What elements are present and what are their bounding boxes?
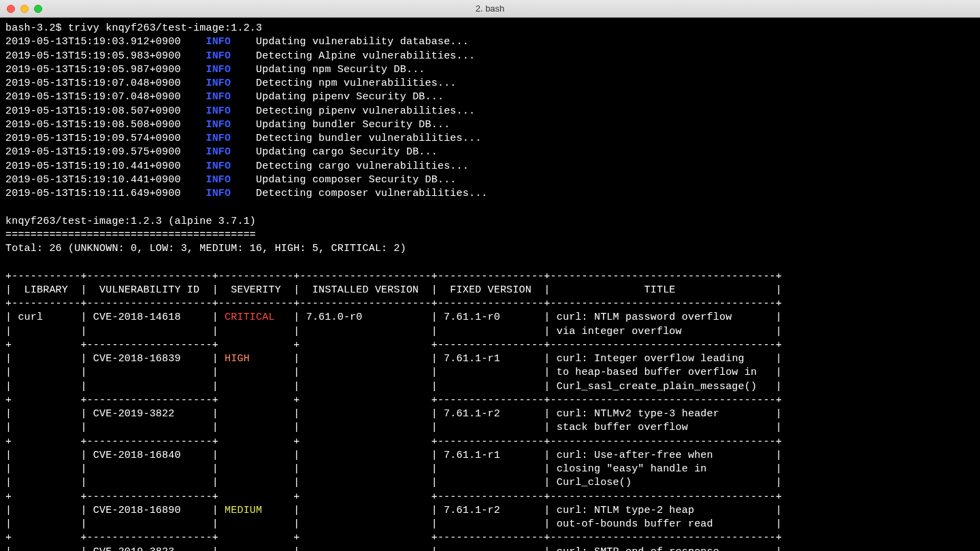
log-level: INFO bbox=[206, 133, 231, 144]
log-message: Detecting bundler vulnerabilities... bbox=[256, 133, 481, 144]
log-timestamp: 2019-05-13T15:19:08.508+0900 bbox=[5, 119, 181, 131]
log-message: Updating npm Security DB... bbox=[256, 64, 425, 76]
log-level: INFO bbox=[206, 91, 231, 103]
log-timestamp: 2019-05-13T15:19:10.441+0900 bbox=[5, 174, 181, 186]
log-timestamp: 2019-05-13T15:19:05.987+0900 bbox=[5, 64, 181, 76]
log-message: Detecting composer vulnerabilities... bbox=[256, 188, 487, 199]
log-level: INFO bbox=[206, 78, 231, 89]
log-level: INFO bbox=[206, 174, 231, 186]
log-level: INFO bbox=[206, 161, 231, 172]
log-timestamp: 2019-05-13T15:19:07.048+0900 bbox=[5, 91, 181, 103]
log-message: Detecting pipenv vulnerabilities... bbox=[256, 105, 475, 117]
log-level: INFO bbox=[206, 188, 231, 199]
log-timestamp: 2019-05-13T15:19:05.983+0900 bbox=[5, 50, 181, 62]
log-level: INFO bbox=[206, 146, 231, 158]
log-timestamp: 2019-05-13T15:19:09.574+0900 bbox=[5, 133, 181, 144]
prompt: bash-3.2$ bbox=[5, 22, 68, 34]
log-timestamp: 2019-05-13T15:19:07.048+0900 bbox=[5, 78, 181, 89]
log-level: INFO bbox=[206, 36, 231, 48]
log-message: Detecting npm vulnerabilities... bbox=[256, 78, 456, 89]
log-message: Updating bundler Security DB... bbox=[256, 119, 450, 131]
log-timestamp: 2019-05-13T15:19:03.912+0900 bbox=[5, 36, 181, 48]
log-level: INFO bbox=[206, 105, 231, 117]
log-message: Detecting cargo vulnerabilities... bbox=[256, 161, 469, 172]
window-title: 2. bash bbox=[0, 3, 980, 14]
log-timestamp: 2019-05-13T15:19:11.649+0900 bbox=[5, 188, 181, 199]
log-timestamp: 2019-05-13T15:19:09.575+0900 bbox=[5, 146, 181, 158]
log-level: INFO bbox=[206, 119, 231, 131]
window-titlebar: 2. bash bbox=[0, 0, 980, 18]
log-message: Updating composer Security DB... bbox=[256, 174, 456, 186]
log-level: INFO bbox=[206, 50, 231, 62]
log-message: Updating cargo Security DB... bbox=[256, 146, 438, 158]
terminal-output[interactable]: bash-3.2$ trivy knqyf263/test-image:1.2.… bbox=[0, 18, 980, 551]
log-message: Detecting Alpine vulnerabilities... bbox=[256, 50, 475, 62]
log-level: INFO bbox=[206, 64, 231, 76]
log-timestamp: 2019-05-13T15:19:10.441+0900 bbox=[5, 161, 181, 172]
log-message: Updating pipenv Security DB... bbox=[256, 91, 444, 103]
log-message: Updating vulnerability database... bbox=[256, 36, 469, 48]
log-timestamp: 2019-05-13T15:19:08.507+0900 bbox=[5, 105, 181, 117]
